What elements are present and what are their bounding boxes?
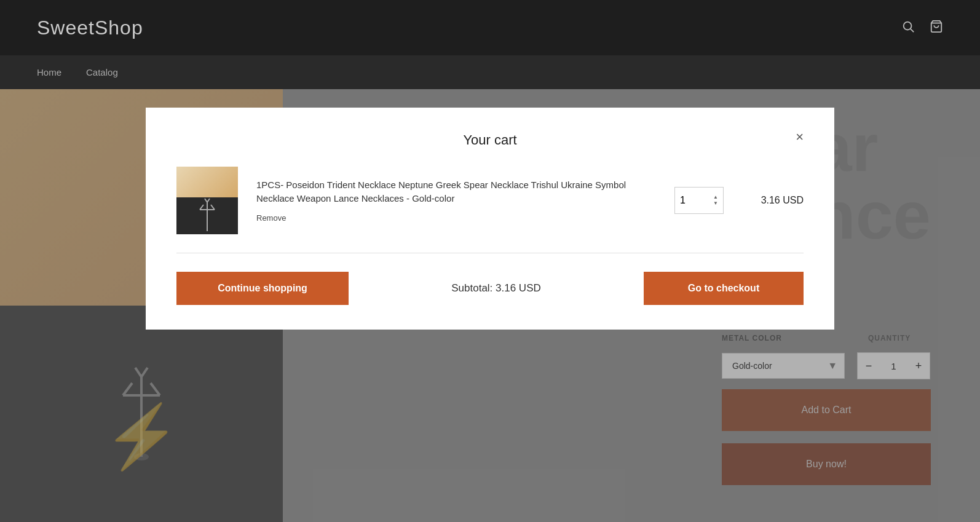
cart-subtotal: Subtotal: 3.16 USD — [451, 282, 541, 295]
qty-arrows: ▲ ▼ — [713, 195, 718, 206]
svg-line-1 — [911, 29, 914, 32]
nav-catalog[interactable]: Catalog — [86, 67, 118, 77]
cart-title: Your cart — [463, 132, 516, 148]
cart-icon[interactable] — [930, 20, 943, 36]
search-icon[interactable] — [901, 20, 915, 36]
navbar: Home Catalog — [0, 55, 980, 89]
qty-down-arrow[interactable]: ▼ — [713, 201, 718, 206]
site-logo[interactable]: SweetShop — [37, 17, 143, 39]
svg-point-0 — [904, 22, 912, 30]
cart-qty-spinner: 1 ▲ ▼ — [674, 187, 724, 214]
cart-item-row: 1PCS- Poseidon Trident Necklace Neptune … — [176, 167, 804, 253]
header-icons — [901, 20, 943, 36]
cart-close-button[interactable]: × — [796, 129, 804, 145]
cart-item-remove-button[interactable]: Remove — [256, 213, 286, 223]
svg-line-15 — [207, 199, 210, 202]
cart-item-price: 3.16 USD — [742, 195, 804, 206]
header: SweetShop — [0, 0, 980, 55]
cart-modal: Your cart × — [146, 108, 834, 330]
nav-home[interactable]: Home — [37, 67, 61, 77]
cart-item-image — [176, 167, 238, 234]
qty-up-arrow[interactable]: ▲ — [713, 195, 718, 200]
svg-line-13 — [211, 205, 215, 210]
go-to-checkout-button[interactable]: Go to checkout — [644, 272, 804, 305]
page-background: ear ance METAL COLOR QUANTITY Gold-color… — [0, 89, 980, 522]
cart-qty-value: 1 — [680, 195, 686, 206]
cart-modal-header: Your cart × — [176, 132, 804, 148]
cart-item-name: 1PCS- Poseidon Trident Necklace Neptune … — [256, 178, 656, 206]
continue-shopping-button[interactable]: Continue shopping — [176, 272, 349, 305]
cart-footer: Continue shopping Subtotal: 3.16 USD Go … — [176, 272, 804, 305]
svg-line-12 — [200, 205, 204, 210]
cart-item-quantity: 1 ▲ ▼ — [674, 187, 724, 214]
cart-item-details: 1PCS- Poseidon Trident Necklace Neptune … — [256, 178, 656, 223]
